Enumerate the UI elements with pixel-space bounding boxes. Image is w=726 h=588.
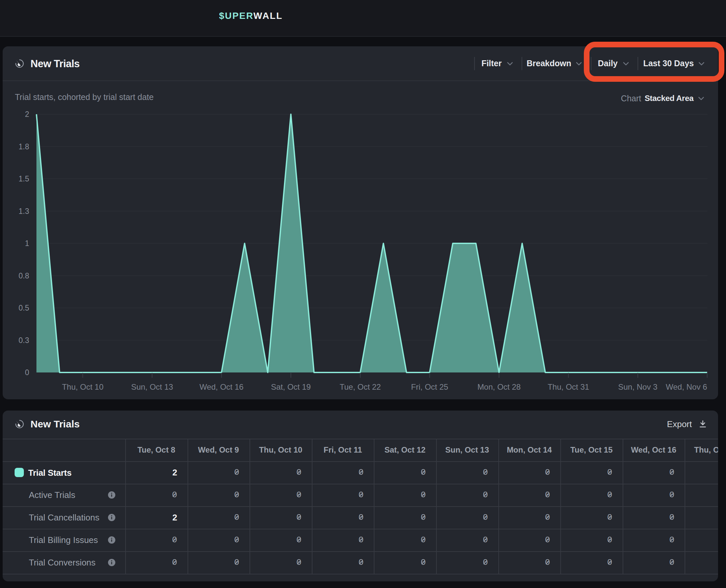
svg-text:Wed, Oct 16: Wed, Oct 16	[200, 382, 244, 391]
svg-text:Thu, Oct 10: Thu, Oct 10	[62, 382, 103, 391]
svg-text:Sat, Oct 19: Sat, Oct 19	[271, 382, 311, 391]
svg-text:2: 2	[25, 110, 29, 119]
svg-text:Sun, Oct 13: Sun, Oct 13	[131, 382, 173, 391]
svg-text:1: 1	[25, 239, 29, 248]
svg-text:0.3: 0.3	[19, 336, 29, 345]
svg-text:1.8: 1.8	[19, 142, 29, 151]
svg-text:0.5: 0.5	[19, 303, 29, 312]
svg-text:Sun, Nov 3: Sun, Nov 3	[618, 382, 658, 391]
svg-text:1.5: 1.5	[19, 174, 29, 183]
svg-text:Tue, Oct 22: Tue, Oct 22	[340, 382, 381, 391]
svg-text:Thu, Oct 31: Thu, Oct 31	[548, 382, 589, 391]
svg-text:Wed, Nov 6: Wed, Nov 6	[666, 382, 707, 391]
svg-text:0: 0	[25, 368, 29, 377]
svg-text:1.3: 1.3	[19, 207, 29, 215]
svg-text:0.8: 0.8	[19, 272, 29, 280]
svg-text:Mon, Oct 28: Mon, Oct 28	[478, 382, 521, 391]
svg-text:Fri, Oct 25: Fri, Oct 25	[411, 382, 448, 391]
